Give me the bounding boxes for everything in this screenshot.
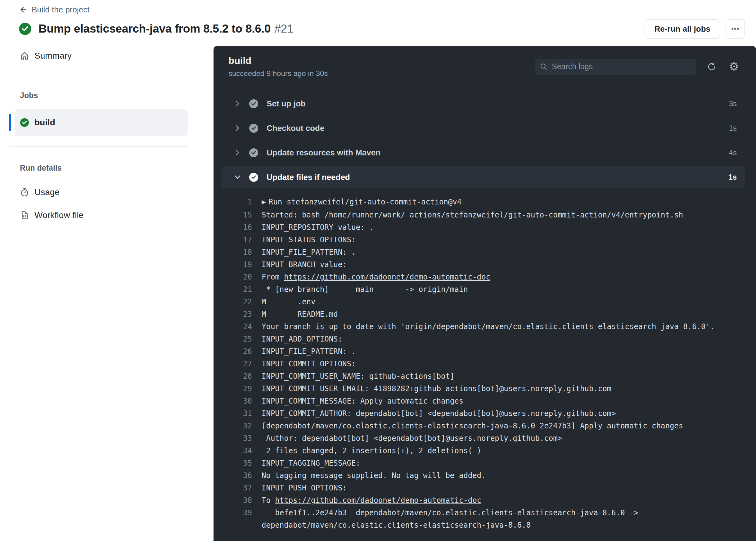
- log-line: 32[dependabot/maven/co.elastic.clients-e…: [221, 420, 745, 432]
- log-url-link[interactable]: https://github.com/dadoonet/demo-automat…: [275, 496, 481, 505]
- log-line: 34 2 files changed, 2 insertions(+), 2 d…: [221, 445, 745, 457]
- job-log-panel: build succeeded 9 hours ago in 30s: [214, 46, 756, 541]
- line-text: befe1f1..2e247b3 dependabot/maven/co.ela…: [262, 507, 639, 519]
- log-line: 16INPUT_REPOSITORY value: .: [221, 221, 745, 233]
- breadcrumb-label: Build the project: [32, 5, 89, 15]
- line-text: INPUT_REPOSITORY value: .: [262, 221, 374, 233]
- line-number[interactable]: 32: [221, 420, 252, 432]
- log-line: 25INPUT_ADD_OPTIONS:: [221, 333, 745, 345]
- log-line: 20From https://github.com/dadoonet/demo-…: [221, 271, 745, 283]
- line-number[interactable]: 19: [221, 259, 252, 271]
- line-text: INPUT_COMMIT_USER_NAME: github-actions[b…: [262, 370, 454, 382]
- line-text: Author: dependabot[bot] <dependabot[bot]…: [262, 432, 562, 445]
- sidebar-item-workflow-file[interactable]: Workflow file: [9, 208, 188, 223]
- step-update-files-if-needed[interactable]: Update files if needed 1s: [221, 166, 745, 188]
- sidebar-workflow-file-label: Workflow file: [35, 210, 84, 220]
- kebab-menu-button[interactable]: [726, 19, 745, 39]
- step-label: Set up job: [266, 99, 306, 109]
- line-text: INPUT_COMMIT_MESSAGE: Apply automatic ch…: [262, 395, 463, 407]
- step-duration: 1s: [729, 124, 737, 132]
- line-number[interactable]: 17: [221, 233, 252, 246]
- expand-group-triangle-icon[interactable]: ▶: [262, 196, 266, 208]
- refresh-logs-button[interactable]: [705, 60, 719, 74]
- line-number[interactable]: 21: [221, 283, 252, 296]
- search-icon: [540, 63, 548, 71]
- line-number[interactable]: 30: [221, 395, 252, 407]
- line-number[interactable]: 29: [221, 382, 252, 395]
- line-text: [dependabot/maven/co.elastic.clients-ela…: [262, 420, 683, 432]
- step-label: Checkout code: [266, 124, 324, 133]
- sidebar-item-usage[interactable]: Usage: [9, 185, 188, 200]
- sidebar-item-summary[interactable]: Summary: [9, 48, 188, 63]
- log-lines: 1▶Run stefanzweifel/git-auto-commit-acti…: [221, 191, 745, 531]
- job-success-check-icon: [20, 118, 29, 127]
- line-text: INPUT_FILE_PATTERN: .: [262, 345, 355, 358]
- search-logs-input[interactable]: [552, 62, 691, 71]
- line-number[interactable]: 36: [221, 469, 252, 482]
- line-number[interactable]: 24: [221, 320, 252, 333]
- line-number[interactable]: 22: [221, 296, 252, 308]
- step-update-resources-with-maven[interactable]: Update resources with Maven 4s: [221, 142, 745, 163]
- sidebar-summary-label: Summary: [35, 51, 72, 61]
- line-number[interactable]: 26: [221, 345, 252, 358]
- log-line: 36No tagging message supplied. No tag wi…: [221, 469, 745, 482]
- log-line: 19INPUT_BRANCH value:: [221, 259, 745, 271]
- line-text: 2 files changed, 2 insertions(+), 2 dele…: [262, 445, 481, 457]
- log-url-link[interactable]: https://github.com/dadoonet/demo-automat…: [284, 273, 490, 282]
- sidebar-divider: [9, 74, 188, 74]
- line-number[interactable]: 1: [221, 196, 252, 209]
- log-line: 28INPUT_COMMIT_USER_NAME: github-actions…: [221, 370, 745, 382]
- line-text: M README.md: [262, 308, 338, 320]
- log-line: 30INPUT_COMMIT_MESSAGE: Apply automatic …: [221, 395, 745, 407]
- job-name-heading: build: [229, 55, 328, 66]
- sync-icon: [707, 62, 717, 72]
- line-text: No tagging message supplied. No tag will…: [262, 469, 486, 482]
- log-settings-button[interactable]: ⚙: [727, 60, 741, 74]
- line-text: INPUT_ADD_OPTIONS:: [262, 333, 342, 345]
- line-text: ▶Run stefanzweifel/git-auto-commit-actio…: [262, 196, 461, 209]
- log-line: 33 Author: dependabot[bot] <dependabot[b…: [221, 432, 745, 445]
- line-text: INPUT_STATUS_OPTIONS:: [262, 233, 355, 246]
- line-text: * [new branch] main -> origin/main: [262, 283, 468, 296]
- line-number[interactable]: 31: [221, 407, 252, 420]
- log-line: 31INPUT_COMMIT_AUTHOR: dependabot[bot] <…: [221, 407, 745, 420]
- line-number[interactable]: 23: [221, 308, 252, 320]
- line-text: From https://github.com/dadoonet/demo-au…: [262, 271, 490, 283]
- line-number[interactable]: 34: [221, 445, 252, 457]
- line-number[interactable]: 37: [221, 482, 252, 494]
- line-text: INPUT_BRANCH value:: [262, 259, 347, 271]
- line-number[interactable]: 33: [221, 432, 252, 445]
- run-number: #21: [274, 22, 293, 35]
- chevron-down-icon: [234, 173, 241, 181]
- panel-header-left: build succeeded 9 hours ago in 30s: [229, 55, 328, 78]
- line-number[interactable]: 39: [221, 507, 252, 519]
- step-checkout-code[interactable]: Checkout code 1s: [221, 117, 745, 139]
- line-number[interactable]: 28: [221, 370, 252, 382]
- line-text: INPUT_COMMIT_AUTHOR: dependabot[bot] <de…: [262, 407, 616, 420]
- panel-header-right: ⚙: [535, 59, 741, 75]
- chevron-right-icon: [234, 149, 241, 156]
- home-icon: [20, 51, 29, 61]
- line-number[interactable]: 27: [221, 358, 252, 370]
- line-number[interactable]: 16: [221, 221, 252, 233]
- step-duration: 3s: [729, 99, 737, 108]
- breadcrumb[interactable]: Build the project: [19, 4, 745, 15]
- step-duration: 1s: [728, 173, 737, 181]
- log-line: 18INPUT_FILE_PATTERN: .: [221, 246, 745, 259]
- line-number[interactable]: 18: [221, 246, 252, 259]
- line-number[interactable]: 25: [221, 333, 252, 345]
- line-number[interactable]: 38: [221, 494, 252, 507]
- job-status-line: succeeded 9 hours ago in 30s: [229, 69, 328, 78]
- log-line: 21 * [new branch] main -> origin/main: [221, 283, 745, 296]
- line-number[interactable]: 15: [221, 209, 252, 221]
- step-set-up-job[interactable]: Set up job 3s: [221, 93, 745, 114]
- step-success-icon: [249, 99, 259, 109]
- line-number: [221, 519, 252, 531]
- steps-list: Set up job 3s Checkout code 1s: [214, 86, 756, 541]
- line-text: Started: bash /home/runner/work/_actions…: [262, 209, 683, 221]
- step-success-icon: [249, 173, 259, 182]
- line-number[interactable]: 35: [221, 457, 252, 469]
- line-number[interactable]: 20: [221, 271, 252, 283]
- sidebar-job-build[interactable]: build: [15, 109, 188, 136]
- rerun-all-jobs-button[interactable]: Re-run all jobs: [645, 19, 720, 39]
